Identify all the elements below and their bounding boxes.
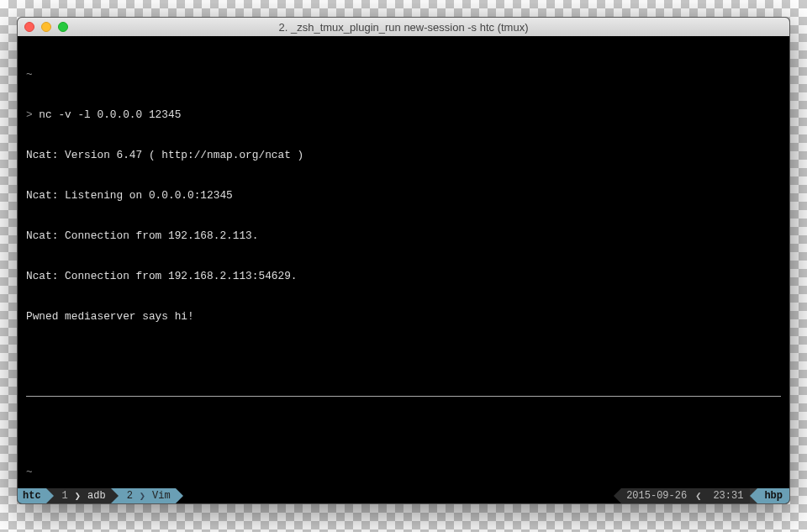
chevron-right-icon	[46, 488, 54, 503]
blank-line	[26, 350, 781, 364]
window-name-adb[interactable]: adb	[82, 488, 111, 503]
chevron-right-icon: ❯	[73, 488, 82, 503]
status-hostname: hbp	[757, 488, 789, 503]
chevron-left-icon	[614, 488, 621, 503]
prompt-marker: >	[26, 108, 39, 121]
tmux-statusbar: htc 1 ❯ adb 2 ❯ Vim 2015-09-26 ❮ 23:31 h…	[18, 488, 789, 503]
output-line: Ncat: Version 6.47 ( http://nmap.org/nca…	[26, 149, 781, 162]
pane-divider[interactable]	[26, 396, 781, 397]
window-titlebar[interactable]: 2. _zsh_tmux_plugin_run new-session -s h…	[18, 18, 789, 36]
window-index[interactable]: 2	[119, 488, 138, 503]
window-name-vim[interactable]: Vim	[147, 488, 176, 503]
cmd-line: > nc -v -l 0.0.0.0 12345	[26, 108, 781, 122]
output-line: Ncat: Listening on 0.0.0.0:12345	[26, 189, 781, 203]
chevron-right-icon	[111, 488, 119, 503]
tilde-marker: ~	[26, 466, 781, 479]
cmd-nc: nc -v -l 0.0.0.0 12345	[39, 108, 181, 121]
chevron-left-icon	[750, 488, 757, 503]
blank-line	[26, 425, 781, 439]
chevron-right-icon	[176, 488, 183, 503]
status-date: 2015-09-26	[621, 488, 694, 503]
output-line: Ncat: Connection from 192.168.2.113:5462…	[26, 270, 781, 283]
chevron-left-icon: ❮	[694, 488, 708, 503]
chevron-right-icon: ❯	[138, 488, 147, 503]
output-line: Pwned mediaserver says hi!	[26, 310, 781, 324]
window-index[interactable]: 1	[54, 488, 73, 503]
session-name[interactable]: htc	[18, 488, 46, 503]
output-line: Ncat: Connection from 192.168.2.113.	[26, 229, 781, 243]
status-time: 23:31	[708, 488, 750, 503]
terminal-window: 2. _zsh_tmux_plugin_run new-session -s h…	[17, 17, 790, 504]
tilde-marker: ~	[26, 68, 781, 82]
terminal-content[interactable]: ~ > nc -v -l 0.0.0.0 12345 Ncat: Version…	[18, 36, 789, 488]
window-title: 2. _zsh_tmux_plugin_run new-session -s h…	[18, 21, 789, 34]
statusbar-filler	[183, 488, 614, 503]
